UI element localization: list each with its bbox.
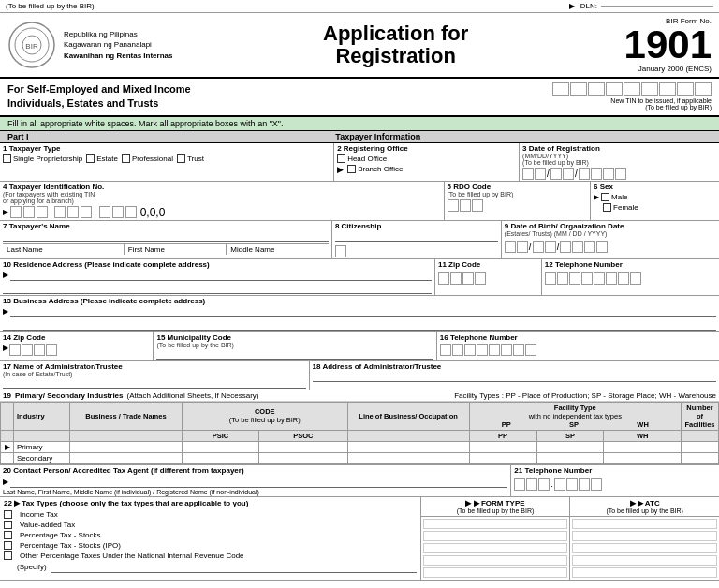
primary-wh[interactable] (604, 441, 682, 452)
secondary-sp[interactable] (536, 452, 604, 463)
dob-d2[interactable] (517, 241, 528, 253)
secondary-line[interactable] (347, 452, 469, 463)
zip2-d1[interactable] (9, 344, 21, 356)
primary-num[interactable] (682, 441, 719, 452)
f8-input[interactable] (335, 232, 498, 242)
tel2-d5[interactable] (489, 344, 500, 356)
cb-pct-stocks-ipo-box[interactable] (4, 541, 12, 550)
tel2-d8[interactable] (525, 344, 536, 356)
primary-line[interactable] (347, 441, 469, 452)
tin-cell-1[interactable] (552, 82, 569, 96)
primary-psoc[interactable] (259, 441, 348, 452)
zip2-d3[interactable] (34, 344, 45, 356)
tin-cell-7[interactable] (659, 82, 676, 96)
f15-input[interactable] (156, 350, 433, 360)
f10-input2[interactable] (3, 285, 432, 294)
cb-male-box[interactable] (601, 193, 609, 201)
cb-professional[interactable]: Professional (122, 154, 173, 163)
atc-cell-3[interactable] (572, 543, 717, 553)
tel1-d5[interactable] (594, 272, 605, 285)
tel3-d4[interactable] (554, 478, 565, 491)
zip-d3[interactable] (462, 272, 474, 285)
tax-other-pct[interactable]: Other Percentage Taxes Under the Nationa… (4, 551, 417, 560)
cb-professional-box[interactable] (122, 154, 130, 163)
dln-value[interactable] (601, 6, 713, 7)
tin-d8[interactable] (112, 206, 124, 218)
cb-head-office[interactable]: Head Office (337, 154, 387, 163)
primary-sp[interactable] (536, 441, 604, 452)
date-cell-4[interactable] (563, 168, 574, 180)
secondary-psic[interactable] (183, 452, 259, 463)
date-cell-1[interactable] (522, 168, 534, 180)
tin-d9[interactable] (125, 206, 137, 218)
dob-d6[interactable] (572, 241, 583, 253)
atc-cell-4[interactable] (572, 555, 717, 566)
cb-single-prop[interactable]: Single Proprietorship (3, 154, 82, 163)
dob-d7[interactable] (584, 241, 595, 253)
zip-d2[interactable] (450, 272, 462, 285)
cb-vat-box[interactable] (4, 521, 12, 529)
tel2-d2[interactable] (452, 344, 463, 356)
tin-d4[interactable] (54, 206, 66, 218)
tel3-d1[interactable] (514, 478, 525, 491)
secondary-pp[interactable] (469, 452, 536, 463)
tel1-d6[interactable] (606, 272, 617, 285)
zip-d1[interactable] (438, 272, 449, 285)
tel2-d4[interactable] (477, 344, 488, 356)
rdo-d3[interactable] (472, 199, 483, 212)
tel1-d8[interactable] (630, 272, 641, 285)
tel1-d3[interactable] (569, 272, 580, 285)
date-cell-5[interactable] (579, 168, 590, 180)
dob-d5[interactable] (560, 241, 571, 253)
dob-d3[interactable] (533, 241, 544, 253)
ft-cell-4[interactable] (423, 555, 568, 566)
f18-input[interactable] (313, 373, 716, 382)
cb-female[interactable]: Female (603, 203, 638, 212)
secondary-psoc[interactable] (259, 452, 348, 463)
tel1-d4[interactable] (581, 272, 593, 285)
secondary-wh[interactable] (604, 452, 682, 463)
dob-d8[interactable] (596, 241, 608, 253)
f13-input[interactable] (10, 308, 716, 317)
tax-income[interactable]: Income Tax (4, 510, 417, 519)
secondary-business[interactable] (70, 452, 183, 463)
tax-vat[interactable]: Value-added Tax (4, 521, 417, 529)
cb-estate[interactable]: Estate (86, 154, 118, 163)
tel1-d1[interactable] (545, 272, 556, 285)
atc-cell-1[interactable] (572, 519, 717, 529)
cb-trust-box[interactable] (177, 154, 185, 163)
ft-cell-1[interactable] (423, 519, 568, 529)
tin-d6[interactable] (81, 206, 92, 218)
cb-income-box[interactable] (4, 510, 12, 519)
dob-d4[interactable] (545, 241, 556, 253)
ft-cell-3[interactable] (423, 543, 568, 553)
ft-cell-5[interactable] (423, 567, 568, 578)
tin-d1[interactable] (10, 206, 22, 218)
f17-input[interactable] (3, 379, 306, 389)
tel2-d1[interactable] (440, 344, 451, 356)
tel1-d7[interactable] (618, 272, 629, 285)
primary-psic[interactable] (183, 441, 259, 452)
primary-pp[interactable] (469, 441, 536, 452)
zip2-d4[interactable] (46, 344, 57, 356)
tin-cell-9[interactable] (695, 82, 712, 96)
tin-cell-2[interactable] (570, 82, 587, 96)
tin-cell-3[interactable] (588, 82, 605, 96)
atc-cell-2[interactable] (572, 531, 717, 541)
tax-pct-stocks[interactable]: Percentage Tax - Stocks (4, 531, 417, 539)
f13-input2[interactable] (3, 321, 716, 331)
tin-cell-4[interactable] (606, 82, 623, 96)
tin-d3[interactable] (37, 206, 48, 218)
date-cell-3[interactable] (550, 168, 562, 180)
date-cell-6[interactable] (591, 168, 602, 180)
tin-cell-5[interactable] (624, 82, 640, 96)
tax-pct-stocks-ipo[interactable]: Percentage Tax - Stocks (IPO) (4, 541, 417, 550)
atc-cell-5[interactable] (572, 567, 717, 578)
date-cell-7[interactable] (603, 168, 614, 180)
f7-input[interactable] (3, 232, 329, 242)
tel3-d5[interactable] (566, 478, 578, 491)
cb-branch-office[interactable]: Branch Office (347, 165, 403, 173)
tel3-d2[interactable] (526, 478, 537, 491)
tel3-d7[interactable] (591, 478, 602, 491)
tel1-d2[interactable] (557, 272, 568, 285)
